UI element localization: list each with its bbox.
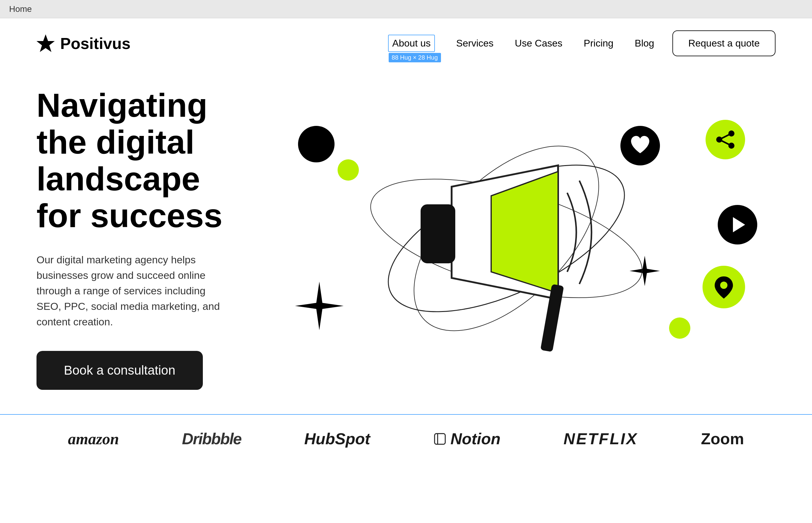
nav-about-us-container: About us 88 Hug × 28 Hug (388, 35, 435, 52)
hero-content: Navigating the digital landscape for suc… (36, 87, 249, 390)
green-circle-decoration-1 (338, 159, 359, 181)
svg-rect-14 (540, 284, 564, 352)
share-icon (706, 120, 745, 159)
svg-point-8 (367, 135, 645, 342)
request-quote-button[interactable]: Request a quote (672, 31, 776, 56)
svg-marker-11 (452, 165, 558, 299)
navbar: Positivus About us 88 Hug × 28 Hug Servi… (0, 18, 812, 68)
notion-icon (433, 432, 447, 446)
star-decoration-1 (295, 282, 344, 336)
star-decoration-2 (630, 256, 660, 290)
hero-description: Our digital marketing agency helps busin… (36, 252, 231, 330)
svg-line-5 (719, 140, 732, 146)
hero-title: Navigating the digital landscape for suc… (36, 87, 249, 234)
black-circle-decoration (298, 126, 335, 162)
svg-rect-13 (421, 205, 455, 263)
about-us-size-badge: 88 Hug × 28 Hug (389, 53, 441, 62)
green-circle-decoration-2 (669, 318, 690, 339)
svg-point-10 (382, 113, 631, 363)
hero-illustration (249, 102, 776, 375)
logo[interactable]: Positivus (36, 34, 130, 53)
brands-bar: amazon Dribbble HubSpot Notion NETFLIX Z… (0, 414, 812, 463)
svg-marker-6 (733, 217, 745, 232)
brand-notion: Notion (433, 430, 501, 448)
brand-amazon: amazon (68, 430, 119, 448)
svg-marker-0 (36, 34, 55, 52)
brand-hubspot: HubSpot (304, 430, 370, 448)
play-icon (718, 205, 757, 245)
nav-link-pricing[interactable]: Pricing (583, 38, 613, 49)
logo-icon (36, 34, 55, 53)
nav-link-blog[interactable]: Blog (635, 38, 654, 49)
location-icon (703, 266, 745, 308)
heart-icon (620, 126, 660, 165)
nav-link-about-us[interactable]: About us (392, 38, 431, 49)
page-content: Positivus About us 88 Hug × 28 Hug Servi… (0, 18, 812, 523)
nav-links: About us 88 Hug × 28 Hug Services Use Ca… (388, 35, 654, 52)
nav-link-use-cases[interactable]: Use Cases (515, 38, 563, 49)
svg-rect-15 (435, 434, 445, 444)
browser-chrome: Home (0, 0, 812, 18)
browser-tab-label: Home (9, 4, 32, 14)
logo-text: Positivus (60, 34, 130, 53)
svg-marker-12 (491, 172, 558, 293)
brand-netflix: NETFLIX (563, 430, 638, 448)
svg-point-7 (720, 282, 727, 289)
book-consultation-button[interactable]: Book a consultation (36, 351, 203, 390)
svg-line-4 (719, 133, 732, 140)
svg-point-9 (359, 155, 654, 321)
brand-zoom: Zoom (701, 430, 744, 448)
megaphone-wrapper (249, 102, 776, 375)
nav-link-services[interactable]: Services (456, 38, 493, 49)
hero-section: Navigating the digital landscape for suc… (0, 68, 812, 414)
brand-dribbble: Dribbble (182, 430, 241, 448)
